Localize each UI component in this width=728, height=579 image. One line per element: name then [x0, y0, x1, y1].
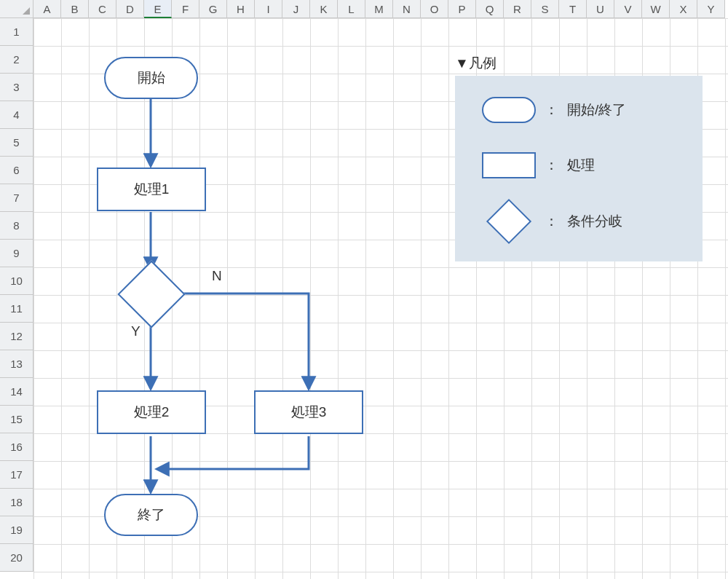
legend-row-decision: ： 条件分岐: [482, 205, 622, 237]
row-header-1[interactable]: 1: [0, 18, 33, 46]
diamond-icon: [486, 199, 531, 244]
row-header-20[interactable]: 20: [0, 544, 33, 572]
column-header-R[interactable]: R: [504, 0, 531, 18]
column-header-K[interactable]: K: [310, 0, 338, 18]
column-header-L[interactable]: L: [338, 0, 365, 18]
end-label: 終了: [138, 505, 165, 524]
spreadsheet-sheet: ABCDEFGHIJKLMNOPQRSTUVWXY 12345678910111…: [0, 0, 728, 579]
row-header-18[interactable]: 18: [0, 489, 33, 516]
row-header-16[interactable]: 16: [0, 433, 33, 461]
row-header-12[interactable]: 12: [0, 323, 33, 350]
row-header-15[interactable]: 15: [0, 406, 33, 433]
column-header-B[interactable]: B: [61, 0, 89, 18]
column-header-S[interactable]: S: [531, 0, 559, 18]
row-header-2[interactable]: 2: [0, 46, 33, 74]
legend-title: ▼凡例: [455, 54, 496, 73]
process-icon: [482, 152, 536, 178]
branch-yes-label: Y: [131, 323, 141, 339]
row-header-9[interactable]: 9: [0, 240, 33, 267]
column-header-Y[interactable]: Y: [697, 0, 725, 18]
legend-decision-text: 条件分岐: [567, 212, 622, 231]
column-header-U[interactable]: U: [587, 0, 614, 18]
row-header-14[interactable]: 14: [0, 378, 33, 406]
column-header-A[interactable]: A: [33, 0, 61, 18]
end-terminator[interactable]: 終了: [104, 494, 198, 536]
select-all-corner[interactable]: [0, 0, 33, 18]
column-header-O[interactable]: O: [421, 0, 448, 18]
legend-sep: ：: [545, 156, 558, 175]
column-header-X[interactable]: X: [670, 0, 697, 18]
process-2[interactable]: 処理2: [97, 390, 206, 434]
row-header-10[interactable]: 10: [0, 267, 33, 295]
row-header-4[interactable]: 4: [0, 101, 33, 129]
legend-sep: ：: [545, 101, 558, 119]
legend-sep: ：: [545, 212, 558, 231]
row-header-6[interactable]: 6: [0, 157, 33, 184]
legend-row-process: ： 処理: [482, 152, 595, 178]
row-header-13[interactable]: 13: [0, 350, 33, 378]
row-header-19[interactable]: 19: [0, 516, 33, 544]
row-header-8[interactable]: 8: [0, 212, 33, 240]
row-header-17[interactable]: 17: [0, 461, 33, 489]
column-header-F[interactable]: F: [172, 0, 199, 18]
column-header-J[interactable]: J: [282, 0, 310, 18]
legend-terminator-text: 開始/終了: [567, 101, 626, 119]
column-header-W[interactable]: W: [642, 0, 670, 18]
process-3-label: 処理3: [291, 403, 327, 422]
row-header-5[interactable]: 5: [0, 129, 33, 157]
column-header-E[interactable]: E: [144, 0, 172, 18]
legend-process-text: 処理: [567, 156, 595, 175]
row-header-11[interactable]: 11: [0, 295, 33, 323]
column-headers: ABCDEFGHIJKLMNOPQRSTUVWXY: [33, 0, 725, 18]
column-header-P[interactable]: P: [448, 0, 476, 18]
process-3[interactable]: 処理3: [254, 390, 363, 434]
column-header-Q[interactable]: Q: [476, 0, 504, 18]
column-header-I[interactable]: I: [255, 0, 282, 18]
branch-no-label: N: [212, 268, 222, 284]
terminator-icon: [482, 97, 536, 123]
column-header-G[interactable]: G: [199, 0, 227, 18]
start-terminator[interactable]: 開始: [104, 57, 198, 99]
process-1-label: 処理1: [134, 180, 170, 199]
column-header-M[interactable]: M: [365, 0, 393, 18]
process-2-label: 処理2: [134, 403, 170, 422]
row-header-3[interactable]: 3: [0, 74, 33, 101]
column-header-C[interactable]: C: [89, 0, 116, 18]
row-headers: 1234567891011121314151617181920: [0, 18, 33, 572]
column-header-T[interactable]: T: [559, 0, 587, 18]
row-header-7[interactable]: 7: [0, 184, 33, 212]
column-header-D[interactable]: D: [116, 0, 144, 18]
column-header-H[interactable]: H: [227, 0, 255, 18]
process-1[interactable]: 処理1: [97, 168, 206, 211]
legend-row-terminator: ： 開始/終了: [482, 97, 626, 123]
start-label: 開始: [138, 68, 165, 87]
column-header-N[interactable]: N: [393, 0, 421, 18]
column-header-V[interactable]: V: [614, 0, 642, 18]
